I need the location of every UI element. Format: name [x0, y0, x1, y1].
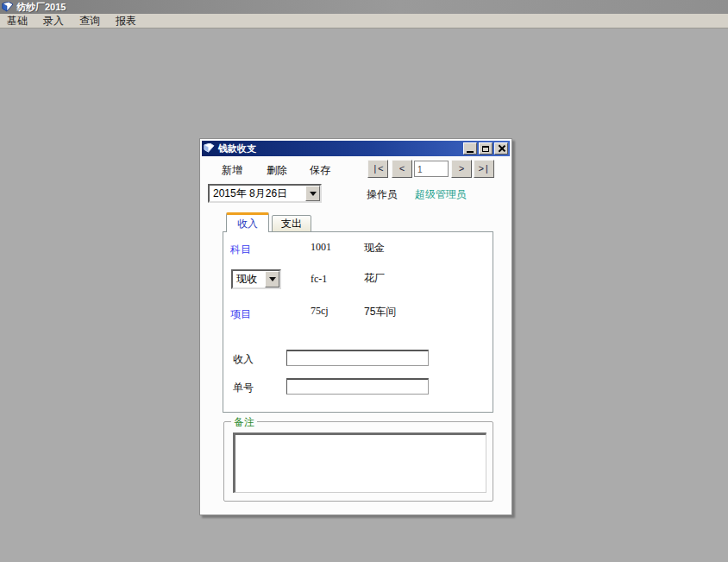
app-titlebar: 纺纱厂2015 [0, 0, 728, 14]
method-value: 现收 [233, 272, 265, 287]
income-label: 收入 [233, 352, 254, 367]
maximize-icon [482, 146, 489, 152]
menu-item-basic[interactable]: 基础 [5, 14, 29, 28]
dialog-icon [204, 143, 216, 154]
close-icon [498, 145, 505, 152]
menu-item-entry[interactable]: 录入 [41, 14, 66, 28]
nav-first-button[interactable]: |< [367, 160, 388, 178]
remarks-label: 备注 [231, 415, 257, 430]
project-name: 75车间 [364, 305, 396, 319]
method-name: 花厂 [364, 271, 385, 286]
project-code: 75cj [311, 305, 329, 318]
maximize-button[interactable] [479, 142, 493, 155]
project-label: 项目 [230, 307, 251, 322]
remarks-textarea[interactable] [233, 433, 486, 493]
billno-label: 单号 [233, 381, 254, 395]
date-dropdown-button[interactable] [305, 186, 320, 201]
tab-expense[interactable]: 支出 [272, 215, 311, 232]
app-icon [2, 2, 14, 12]
desktop: { "app": { "title": "纺纱厂2015", "menu": [… [0, 0, 728, 562]
nav-last-button[interactable]: >| [474, 160, 494, 178]
nav-next-button[interactable]: > [451, 160, 472, 178]
nav-prev-button[interactable]: < [392, 160, 412, 178]
operator-label: 操作员 [367, 187, 398, 202]
subject-name: 现金 [364, 241, 385, 256]
money-inout-dialog: 钱款收支 新增 删除 保存 |< < > >| 2015年 8月26日 操作员 … [199, 138, 512, 515]
dialog-titlebar[interactable]: 钱款收支 [202, 141, 510, 156]
subject-code: 1001 [311, 241, 331, 254]
record-number-input[interactable] [414, 161, 449, 177]
method-code: fc-1 [311, 273, 327, 286]
dialog-title: 钱款收支 [218, 142, 461, 155]
menu-item-report[interactable]: 报表 [114, 14, 138, 28]
delete-button[interactable]: 删除 [267, 163, 287, 178]
income-input[interactable] [286, 350, 429, 366]
operator-value: 超级管理员 [415, 187, 467, 202]
date-dropdown[interactable]: 2015年 8月26日 [208, 184, 322, 203]
method-dropdown[interactable]: 现收 [231, 269, 281, 289]
minimize-icon [467, 151, 474, 153]
method-dropdown-button[interactable] [265, 271, 279, 287]
app-title: 纺纱厂2015 [16, 1, 66, 14]
date-value: 2015年 8月26日 [210, 186, 305, 201]
save-button[interactable]: 保存 [310, 163, 330, 178]
remarks-groupbox: 备注 [223, 421, 493, 502]
new-button[interactable]: 新增 [222, 163, 242, 178]
menu-item-query[interactable]: 查询 [78, 14, 102, 28]
dropdown-arrow-icon [310, 192, 317, 196]
close-button[interactable] [494, 142, 508, 155]
tab-income[interactable]: 收入 [226, 212, 269, 232]
billno-input[interactable] [286, 378, 429, 395]
dropdown-arrow-icon [269, 277, 276, 281]
income-tab-panel: 科目 1001 现金 现收 fc-1 花厂 项目 75cj 75车间 收入 单号 [223, 231, 493, 413]
subject-label: 科目 [230, 243, 251, 257]
minimize-button[interactable] [463, 142, 477, 155]
menubar: 基础 录入 查询 报表 [0, 14, 728, 28]
